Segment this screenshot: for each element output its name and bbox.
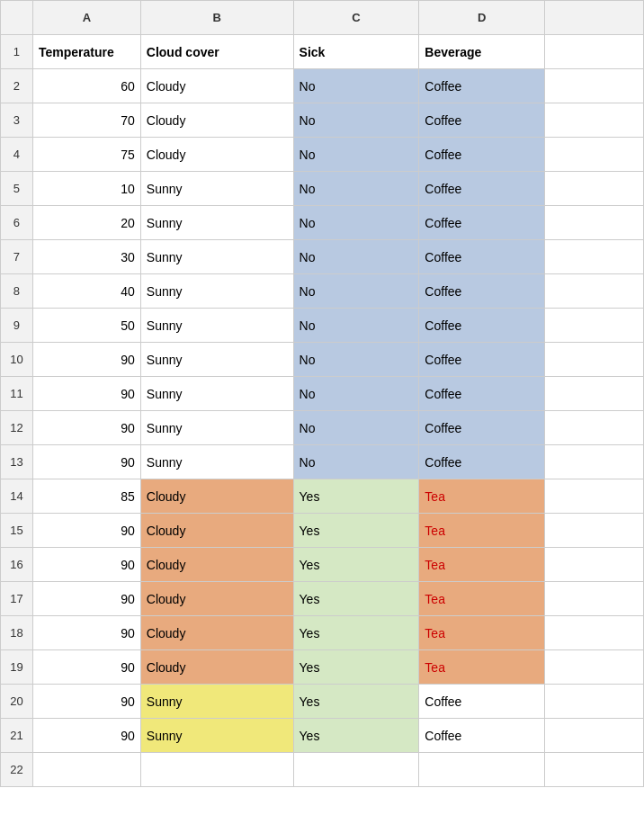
table-row[interactable]: 1590CloudyYesTea [1,514,644,548]
cell-cloudcover[interactable]: Sunny [141,274,294,309]
cell-sick[interactable]: Yes [294,685,420,719]
cell-beverage[interactable]: Coffee [419,719,545,753]
cell-temperature[interactable]: 60 [33,69,141,103]
cell-temperature[interactable]: 70 [33,103,141,138]
cell-cloudcover[interactable]: Cloudy [141,514,294,548]
table-row[interactable]: 950SunnyNoCoffee [1,309,644,343]
table-row[interactable]: 1290SunnyNoCoffee [1,411,644,445]
cell-beverage[interactable]: Coffee [419,138,545,172]
cell-sick[interactable]: Yes [294,514,420,548]
col-header-a[interactable]: A [33,1,141,35]
cell-cloudcover[interactable]: Sunny [141,377,294,411]
cell-sick[interactable]: No [294,411,420,445]
cell-sick[interactable]: No [294,103,420,138]
cell-temperature[interactable]: 90 [33,445,141,479]
cell-beverage[interactable]: Coffee [419,206,545,240]
cell-beverage[interactable]: Beverage [419,35,545,69]
cell-sick[interactable]: No [294,445,420,479]
cell-beverage[interactable]: Coffee [419,274,545,309]
table-row[interactable]: 1485CloudyYesTea [1,479,644,514]
table-row[interactable]: 1TemperatureCloud coverSickBeverage [1,35,644,69]
col-header-d[interactable]: D [419,1,545,35]
table-row[interactable]: 620SunnyNoCoffee [1,206,644,240]
cell-temperature[interactable]: 75 [33,138,141,172]
cell-sick[interactable]: Yes [294,616,420,650]
cell-cloudcover[interactable]: Cloudy [141,616,294,650]
cell-temperature[interactable]: 90 [33,685,141,719]
cell-temperature[interactable]: 85 [33,479,141,514]
cell-temperature[interactable]: 90 [33,514,141,548]
cell-cloudcover[interactable]: Sunny [141,445,294,479]
cell-temperature[interactable] [33,753,141,787]
cell-cloudcover[interactable]: Sunny [141,309,294,343]
cell-sick[interactable]: No [294,274,420,309]
cell-temperature[interactable]: 90 [33,377,141,411]
cell-beverage[interactable]: Tea [419,548,545,582]
cell-sick[interactable]: No [294,343,420,377]
table-row[interactable]: 260CloudyNoCoffee [1,69,644,103]
cell-beverage[interactable]: Coffee [419,343,545,377]
cell-cloudcover[interactable]: Cloudy [141,103,294,138]
cell-cloudcover[interactable]: Sunny [141,685,294,719]
cell-temperature[interactable]: 90 [33,343,141,377]
cell-beverage[interactable]: Coffee [419,377,545,411]
cell-temperature[interactable]: 90 [33,616,141,650]
cell-sick[interactable]: Yes [294,719,420,753]
cell-cloudcover[interactable]: Sunny [141,172,294,206]
cell-sick[interactable]: No [294,172,420,206]
cell-temperature[interactable]: Temperature [33,35,141,69]
cell-cloudcover[interactable]: Cloudy [141,650,294,685]
cell-sick[interactable]: No [294,69,420,103]
cell-temperature[interactable]: 90 [33,582,141,616]
cell-sick[interactable]: No [294,240,420,274]
cell-cloudcover[interactable]: Cloud cover [141,35,294,69]
cell-beverage[interactable]: Tea [419,479,545,514]
table-row[interactable]: 22 [1,753,644,787]
cell-cloudcover[interactable]: Sunny [141,240,294,274]
table-row[interactable]: 475CloudyNoCoffee [1,138,644,172]
cell-sick[interactable]: Sick [294,35,420,69]
cell-cloudcover[interactable]: Cloudy [141,479,294,514]
cell-sick[interactable] [294,753,420,787]
cell-sick[interactable]: Yes [294,548,420,582]
table-row[interactable]: 1890CloudyYesTea [1,616,644,650]
cell-beverage[interactable]: Coffee [419,685,545,719]
table-row[interactable]: 370CloudyNoCoffee [1,103,644,138]
cell-cloudcover[interactable]: Sunny [141,411,294,445]
cell-cloudcover[interactable]: Sunny [141,206,294,240]
cell-sick[interactable]: Yes [294,479,420,514]
cell-temperature[interactable]: 20 [33,206,141,240]
cell-temperature[interactable]: 90 [33,548,141,582]
cell-beverage[interactable]: Coffee [419,411,545,445]
cell-beverage[interactable]: Tea [419,514,545,548]
cell-sick[interactable]: Yes [294,650,420,685]
table-row[interactable]: 1990CloudyYesTea [1,650,644,685]
cell-cloudcover[interactable]: Sunny [141,719,294,753]
cell-cloudcover[interactable]: Cloudy [141,582,294,616]
table-row[interactable]: 1090SunnyNoCoffee [1,343,644,377]
cell-cloudcover[interactable]: Cloudy [141,548,294,582]
cell-cloudcover[interactable] [141,753,294,787]
table-row[interactable]: 510SunnyNoCoffee [1,172,644,206]
cell-cloudcover[interactable]: Cloudy [141,138,294,172]
table-row[interactable]: 1390SunnyNoCoffee [1,445,644,479]
cell-temperature[interactable]: 50 [33,309,141,343]
col-header-c[interactable]: C [294,1,420,35]
cell-beverage[interactable]: Coffee [419,309,545,343]
cell-beverage[interactable]: Coffee [419,172,545,206]
cell-sick[interactable]: Yes [294,582,420,616]
cell-temperature[interactable]: 40 [33,274,141,309]
cell-temperature[interactable]: 90 [33,411,141,445]
cell-temperature[interactable]: 90 [33,719,141,753]
cell-beverage[interactable]: Tea [419,616,545,650]
cell-beverage[interactable]: Tea [419,650,545,685]
cell-beverage[interactable]: Coffee [419,69,545,103]
table-row[interactable]: 1190SunnyNoCoffee [1,377,644,411]
cell-beverage[interactable] [419,753,545,787]
cell-temperature[interactable]: 10 [33,172,141,206]
table-row[interactable]: 2090SunnyYesCoffee [1,685,644,719]
cell-cloudcover[interactable]: Cloudy [141,69,294,103]
table-row[interactable]: 1690CloudyYesTea [1,548,644,582]
col-header-b[interactable]: B [141,1,294,35]
cell-sick[interactable]: No [294,206,420,240]
